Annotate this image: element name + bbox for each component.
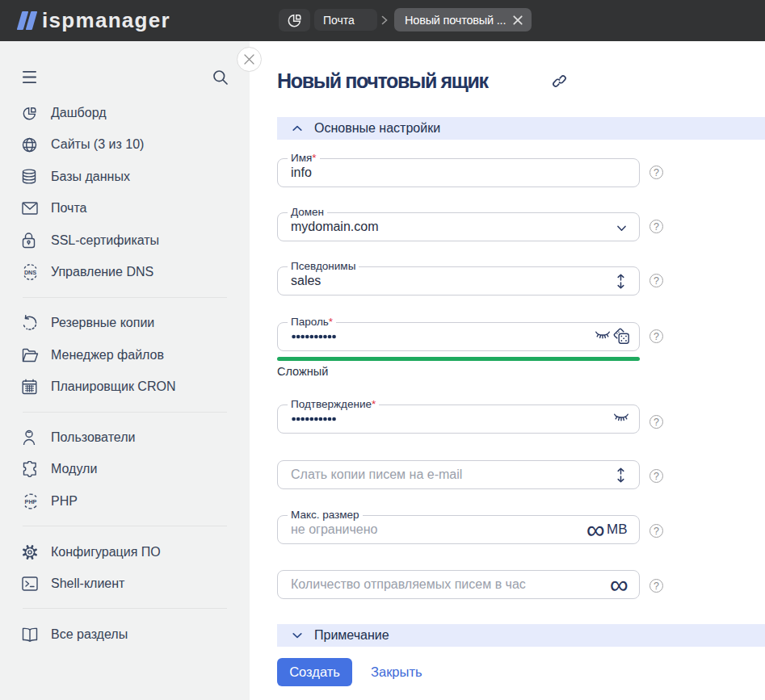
svg-text:DNS: DNS (24, 269, 36, 276)
svg-text:PHP: PHP (25, 497, 37, 505)
